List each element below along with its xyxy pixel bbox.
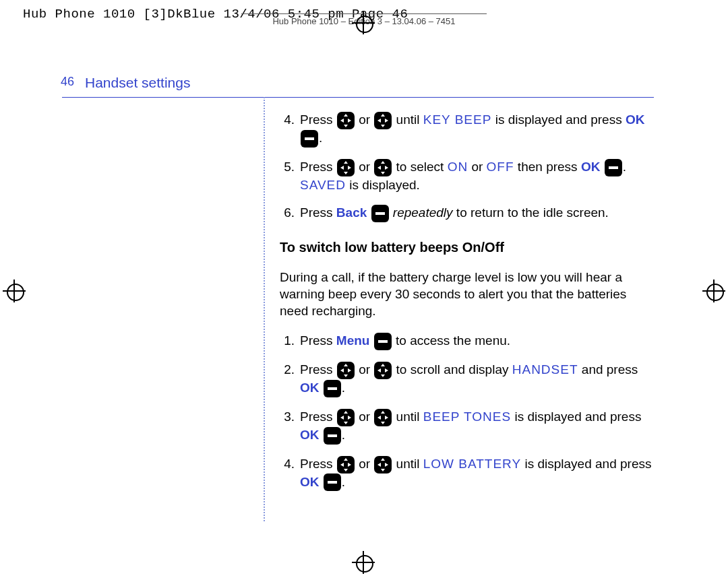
softkey-icon <box>301 130 318 148</box>
step: 4. Press or until KEY BEEP is displayed … <box>280 111 657 148</box>
registration-mark-top-icon <box>352 11 375 34</box>
nav-up-down-icon <box>374 409 392 426</box>
nav-up-down-icon <box>337 456 355 473</box>
step: 5. Press or to select ON or OFF then pre… <box>280 158 657 193</box>
step-text: Press or to select ON or OFF then press … <box>300 158 657 193</box>
softkey-label: OK <box>581 160 601 174</box>
step: 3. Press or until BEEP TONES is displaye… <box>280 408 657 445</box>
registration-mark-right-icon <box>702 280 725 302</box>
subhead: To switch low battery beeps On/Off <box>280 238 657 257</box>
step: 6. Press Back repeatedly to return to th… <box>280 204 657 222</box>
step: 2. Press or to scroll and display HANDSE… <box>280 361 657 397</box>
step-number: 5. <box>280 158 295 193</box>
lcd-text: SAVED <box>300 178 346 192</box>
registration-mark-left-icon <box>3 280 26 302</box>
nav-up-down-icon <box>337 362 355 379</box>
softkey-icon <box>324 427 341 445</box>
step-text: Press or until BEEP TONES is displayed a… <box>300 408 657 445</box>
softkey-icon <box>605 159 622 176</box>
step-number: 3. <box>280 408 295 445</box>
softkey-label: OK <box>300 475 320 489</box>
nav-up-down-icon <box>337 159 355 176</box>
step-text: Press or until LOW BATTERY is displayed … <box>300 455 657 492</box>
lcd-text: HANDSET <box>512 362 578 377</box>
step-number: 1. <box>280 332 295 350</box>
nav-up-down-icon <box>374 456 392 473</box>
step-number: 4. <box>280 111 295 148</box>
lcd-text: OFF <box>487 160 514 174</box>
step-text: Press or until KEY BEEP is displayed and… <box>300 111 657 148</box>
column-divider <box>264 97 265 521</box>
softkey-icon <box>374 333 392 350</box>
low-battery-steps-list: 1. Press Menu to access the menu. 2. Pre… <box>280 332 657 492</box>
softkey-icon <box>324 380 341 397</box>
step-text: Press Menu to access the menu. <box>300 332 657 350</box>
nav-up-down-icon <box>374 159 392 176</box>
subhead-intro: During a call, if the battery charge lev… <box>280 269 657 320</box>
softkey-label: Back <box>336 205 367 220</box>
lcd-text: BEEP TONES <box>423 410 511 424</box>
softkey-label: OK <box>300 428 320 442</box>
step-text: Press Back repeatedly to return to the i… <box>300 204 657 222</box>
page-number: 46 <box>61 75 74 89</box>
softkey-label: OK <box>626 112 645 127</box>
step: 1. Press Menu to access the menu. <box>280 332 657 350</box>
step-number: 2. <box>280 361 295 397</box>
nav-up-down-icon <box>337 409 355 426</box>
step-text: Press or to scroll and display HANDSET a… <box>300 361 657 397</box>
registration-mark-bottom-icon <box>352 551 375 574</box>
continued-steps-list: 4. Press or until KEY BEEP is displayed … <box>280 111 657 222</box>
softkey-label: Menu <box>336 333 370 348</box>
softkey-icon <box>371 205 389 222</box>
header-rule <box>62 97 654 98</box>
lcd-text: KEY BEEP <box>423 112 492 127</box>
step: 4. Press or until LOW BATTERY is display… <box>280 455 657 492</box>
body-column: 4. Press or until KEY BEEP is displayed … <box>280 111 657 502</box>
nav-up-down-icon <box>337 112 355 129</box>
section-title: Handset settings <box>85 75 190 91</box>
softkey-label: OK <box>300 381 320 395</box>
softkey-icon <box>324 473 341 491</box>
nav-up-down-icon <box>374 362 392 379</box>
step-number: 4. <box>280 455 295 492</box>
lcd-text: LOW BATTERY <box>423 457 521 471</box>
step-number: 6. <box>280 204 295 222</box>
nav-up-down-icon <box>374 112 392 129</box>
lcd-text: ON <box>448 160 468 174</box>
italic-text: repeatedly <box>390 205 453 220</box>
